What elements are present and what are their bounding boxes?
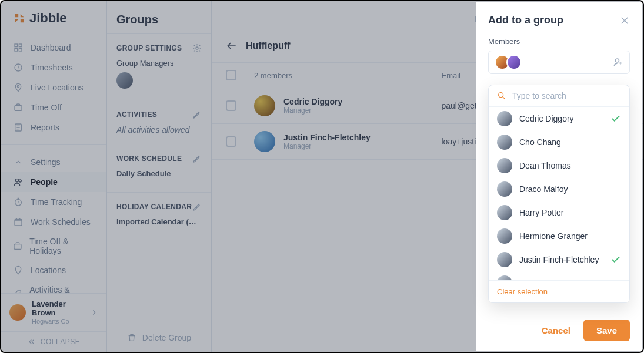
- add-person-icon[interactable]: [613, 57, 623, 68]
- avatar[interactable]: [116, 72, 133, 89]
- dropdown-item[interactable]: Cho Chang: [489, 130, 629, 154]
- dropdown-item[interactable]: Draco Malfoy: [489, 177, 629, 201]
- svg-rect-1: [19, 44, 22, 47]
- back-arrow-icon[interactable]: [226, 40, 238, 52]
- app-name: Jibble: [29, 11, 67, 26]
- pin-icon: [13, 82, 24, 93]
- briefcase-icon: [13, 241, 22, 251]
- sidebar-item-label: Settings: [31, 157, 61, 167]
- work-schedule-text: Daily Schedule: [116, 169, 202, 178]
- cancel-button[interactable]: Cancel: [537, 320, 575, 341]
- dropdown-item-name: Hermione Granger: [519, 231, 621, 241]
- member-role: Manager: [283, 142, 371, 150]
- sidebar-item-activities-projects[interactable]: Activities & Projects: [1, 280, 106, 293]
- collapse-button[interactable]: COLLAPSE: [1, 331, 106, 352]
- svg-point-9: [19, 180, 21, 182]
- dropdown-list: Cedric DiggoryCho ChangDean ThomasDraco …: [489, 107, 629, 280]
- dropdown-item-name: Draco Malfoy: [519, 184, 621, 194]
- work-schedule-heading: WORK SCHEDULE: [116, 154, 182, 163]
- tag-icon: [13, 289, 22, 293]
- sidebar-item-live-locations[interactable]: Live Locations: [1, 78, 106, 98]
- sidebar-item-label: Locations: [31, 265, 66, 275]
- nav-divider: [1, 144, 106, 145]
- members-label: Members: [488, 37, 630, 46]
- delete-group-button[interactable]: Delete Group: [107, 324, 211, 352]
- user-menu[interactable]: Lavender Brown Hogwarts Co: [1, 293, 106, 331]
- gear-icon[interactable]: [192, 43, 202, 53]
- save-button[interactable]: Save: [583, 320, 630, 341]
- dropdown-item[interactable]: Lavender Brown: [489, 271, 629, 280]
- logo-icon: [13, 12, 26, 25]
- sidebar-item-dashboard[interactable]: Dashboard: [1, 38, 106, 58]
- svg-rect-6: [15, 106, 22, 111]
- sidebar-item-timesheets[interactable]: Timesheets: [1, 58, 106, 78]
- clear-selection-button[interactable]: Clear selection: [489, 280, 629, 302]
- column-members: 2 members: [254, 71, 442, 80]
- avatar: [254, 95, 275, 116]
- row-checkbox[interactable]: [226, 100, 236, 111]
- stopwatch-icon: [13, 197, 24, 207]
- avatar: [497, 205, 512, 220]
- dropdown-item[interactable]: Cedric Diggory: [489, 107, 629, 130]
- chevron-up-icon: [13, 157, 24, 167]
- dropdown-item[interactable]: Justin Finch-Fletchley: [489, 248, 629, 271]
- dropdown-item[interactable]: Harry Potter: [489, 201, 629, 224]
- member-name: Justin Finch-Fletchley: [283, 133, 371, 142]
- logo[interactable]: Jibble: [1, 1, 106, 35]
- user-org: Hogwarts Co: [32, 318, 84, 325]
- avatar: [497, 252, 512, 267]
- delete-group-label: Delete Group: [142, 333, 191, 342]
- dropdown-item-name: Dean Thomas: [519, 161, 621, 170]
- sidebar-item-label: Timesheets: [31, 63, 73, 72]
- sidebar-item-time-off-holidays[interactable]: Time Off & Holidays: [1, 232, 106, 260]
- holiday-calendar-text: Imported Calendar (United …: [116, 217, 202, 226]
- members-input[interactable]: [488, 51, 630, 74]
- avatar: [497, 135, 512, 150]
- sidebar-item-people[interactable]: People: [1, 172, 106, 192]
- dropdown-item[interactable]: Hermione Granger: [489, 224, 629, 248]
- sidebar-item-time-tracking[interactable]: Time Tracking: [1, 192, 106, 212]
- svg-point-8: [15, 179, 18, 182]
- sidebar-item-settings[interactable]: Settings: [1, 152, 106, 172]
- select-all-checkbox[interactable]: [226, 70, 236, 80]
- avatar: [497, 228, 512, 244]
- pin-icon: [13, 265, 24, 275]
- sidebar-item-label: Activities & Projects: [29, 285, 95, 293]
- briefcase-icon: [13, 102, 24, 113]
- dashboard-icon: [13, 42, 24, 53]
- svg-rect-11: [15, 219, 22, 226]
- check-icon: [610, 113, 621, 124]
- holiday-calendar-heading: HOLIDAY CALENDAR: [116, 203, 192, 211]
- settings-column: Groups GROUP SETTINGS Group Managers ACT…: [107, 1, 212, 352]
- sidebar-item-locations[interactable]: Locations: [1, 260, 106, 280]
- dropdown-item-name: Justin Finch-Fletchley: [519, 255, 603, 264]
- check-icon: [610, 254, 621, 265]
- dropdown-item[interactable]: Dean Thomas: [489, 154, 629, 177]
- sidebar-item-time-off[interactable]: Time Off: [1, 98, 106, 117]
- svg-point-18: [499, 93, 503, 98]
- avatar: [506, 55, 522, 70]
- group-name: Hufflepuff: [246, 41, 291, 51]
- avatar: [497, 181, 512, 197]
- sidebar-item-reports[interactable]: Reports: [1, 117, 106, 137]
- svg-point-10: [15, 199, 22, 206]
- search-icon: [497, 91, 506, 100]
- clock-icon: [13, 62, 24, 73]
- sidebar-item-label: Time Off: [31, 103, 62, 112]
- search-input[interactable]: [512, 91, 621, 100]
- members-dropdown: Cedric DiggoryCho ChangDean ThomasDraco …: [488, 85, 630, 303]
- svg-rect-3: [19, 48, 22, 51]
- sidebar-item-work-schedules[interactable]: Work Schedules: [1, 212, 106, 232]
- trash-icon: [127, 333, 136, 342]
- svg-point-16: [196, 47, 198, 49]
- report-icon: [13, 122, 24, 133]
- pencil-icon[interactable]: [192, 202, 202, 211]
- sidebar-item-label: Live Locations: [31, 83, 84, 92]
- pencil-icon[interactable]: [192, 110, 202, 119]
- row-checkbox[interactable]: [226, 136, 236, 147]
- close-icon[interactable]: [619, 15, 630, 26]
- calendar-icon: [13, 217, 24, 227]
- page-title: Groups: [107, 1, 211, 34]
- avatar: [497, 111, 512, 126]
- pencil-icon[interactable]: [192, 154, 202, 163]
